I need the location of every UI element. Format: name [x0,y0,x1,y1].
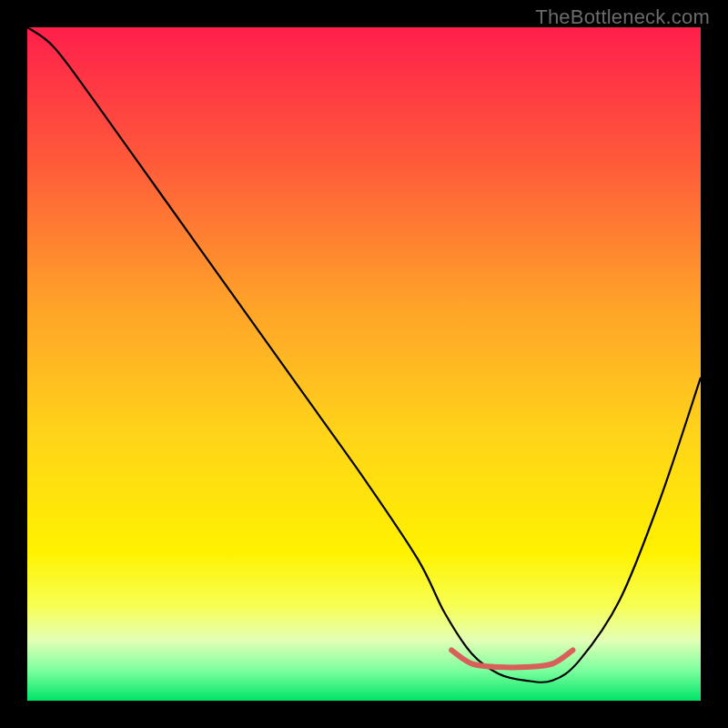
plot-area [27,27,701,701]
chart-svg [27,27,701,701]
watermark-text: TheBottleneck.com [535,5,710,29]
chart-background [27,27,701,701]
chart-frame: TheBottleneck.com [0,0,728,728]
